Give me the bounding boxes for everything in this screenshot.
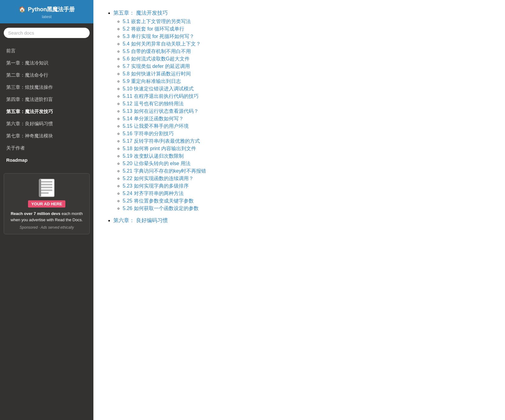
toc-item-link[interactable]: 5.18 如何将 print 内容输出到文件 xyxy=(123,146,196,151)
toc-section: 第六章： 良好编码习惯 xyxy=(106,217,493,224)
toc-chapter-link[interactable]: 第五章： 魔法开发技巧 xyxy=(113,10,168,16)
sidebar-nav-item[interactable]: Roadmap xyxy=(0,154,93,166)
toc-item-link[interactable]: 5.3 单行实现 for 死循环如何写？ xyxy=(123,34,194,39)
toc-item-link[interactable]: 5.14 单分派泛函数如何写？ xyxy=(123,116,184,121)
toc-item-link[interactable]: 5.10 快速定位错误进入调试模式 xyxy=(123,86,194,91)
toc-item-link[interactable]: 5.21 字典访问不存在的key时不再报错 xyxy=(123,168,206,174)
toc-item-link[interactable]: 5.1 嵌套上下文管理的另类写法 xyxy=(123,19,191,24)
toc-item-link[interactable]: 5.6 如何流式读取数G超大文件 xyxy=(123,56,190,61)
toc-item-link[interactable]: 5.19 改变默认递归次数限制 xyxy=(123,153,184,159)
sidebar-nav-item[interactable]: 第二章：魔法命令行 xyxy=(0,69,93,81)
toc-item-link[interactable]: 5.22 如何实现函数的连续调用？ xyxy=(123,176,194,181)
toc-item-link[interactable]: 5.9 重定向标准输出到日志 xyxy=(123,79,181,84)
sidebar-title: Python黑魔法手册 xyxy=(28,6,75,13)
sidebar-nav-item[interactable]: 第七章：神奇魔法模块 xyxy=(0,130,93,142)
toc-item-link[interactable]: 5.7 实现类似 defer 的延迟调用 xyxy=(123,64,190,69)
sidebar-nav-item[interactable]: 第六章：良好编码习惯 xyxy=(0,118,93,130)
toc-item-link[interactable]: 5.5 自带的缓存机制不用白不用 xyxy=(123,49,191,54)
toc-item-link[interactable]: 5.2 将嵌套 for 循环写成单行 xyxy=(123,26,184,31)
svg-rect-4 xyxy=(41,189,52,191)
toc-list: 第五章： 魔法开发技巧5.1 嵌套上下文管理的另类写法5.2 将嵌套 for 循… xyxy=(106,9,493,224)
svg-rect-3 xyxy=(41,187,52,188)
ad-sponsored: Sponsored · Ads served ethically xyxy=(8,225,85,230)
sidebar-nav-item[interactable]: 前言 xyxy=(0,45,93,57)
svg-rect-6 xyxy=(39,179,41,197)
toc-item-link[interactable]: 5.26 如何获取一个函数设定的参数 xyxy=(123,206,199,211)
toc-item-link[interactable]: 5.8 如何快速计算函数运行时间 xyxy=(123,71,191,76)
ad-text: Reach over 7 million devs each month whe… xyxy=(8,211,85,223)
svg-rect-1 xyxy=(41,181,52,183)
sidebar-nav-item[interactable]: 第三章：炫技魔法操作 xyxy=(0,81,93,93)
sidebar-header: 🏠 Python黑魔法手册 latest xyxy=(0,0,93,23)
ad-book-icon xyxy=(37,178,57,198)
toc-item-link[interactable]: 5.25 将位置参数变成关键字参数 xyxy=(123,198,194,203)
sidebar-nav-item[interactable]: 关于作者 xyxy=(0,142,93,154)
toc-item-link[interactable]: 5.20 让你晕头转向的 else 用法 xyxy=(123,161,191,166)
ad-badge: YOUR AD HERE xyxy=(28,200,65,208)
nav-list: 前言第一章：魔法冷知识第二章：魔法命令行第三章：炫技魔法操作第四章：魔法进阶扫盲… xyxy=(0,42,93,168)
toc-item-link[interactable]: 5.4 如何关闭异常自动关联上下文？ xyxy=(123,41,201,46)
toc-item-link[interactable]: 5.13 如何在运行状态查看源代码？ xyxy=(123,108,199,114)
sidebar-version: latest xyxy=(5,14,88,19)
home-icon: 🏠 xyxy=(19,6,26,13)
toc-item-link[interactable]: 5.17 反转字符串/列表最优雅的方式 xyxy=(123,138,200,144)
sidebar-nav-item[interactable]: 第四章：魔法进阶扫盲 xyxy=(0,93,93,106)
sidebar-nav-item[interactable]: 第五章：魔法开发技巧 xyxy=(0,106,93,118)
toc-item-link[interactable]: 5.15 让我爱不释手的用户环境 xyxy=(123,123,189,129)
ad-box: YOUR AD HERE Reach over 7 million devs e… xyxy=(4,173,90,234)
search-input[interactable] xyxy=(4,28,90,38)
svg-rect-2 xyxy=(41,184,52,185)
toc-item-link[interactable]: 5.11 在程序退出前执行代码的技巧 xyxy=(123,93,199,99)
sidebar-nav-item[interactable]: 第一章：魔法冷知识 xyxy=(0,57,93,69)
toc-item-link[interactable]: 5.16 字符串的分割技巧 xyxy=(123,131,174,136)
search-box[interactable] xyxy=(4,28,90,38)
toc-item-link[interactable]: 5.23 如何实现字典的多级排序 xyxy=(123,183,189,189)
toc-chapter-link[interactable]: 第六章： 良好编码习惯 xyxy=(113,217,168,223)
toc-item-link[interactable]: 5.24 对齐字符串的两种方法 xyxy=(123,191,184,196)
toc-item-link[interactable]: 5.12 逗号也有它的独特用法 xyxy=(123,101,184,106)
toc-section: 第五章： 魔法开发技巧5.1 嵌套上下文管理的另类写法5.2 将嵌套 for 循… xyxy=(106,9,493,212)
main-content: 第五章： 魔法开发技巧5.1 嵌套上下文管理的另类写法5.2 将嵌套 for 循… xyxy=(93,0,505,420)
svg-rect-5 xyxy=(41,192,49,194)
